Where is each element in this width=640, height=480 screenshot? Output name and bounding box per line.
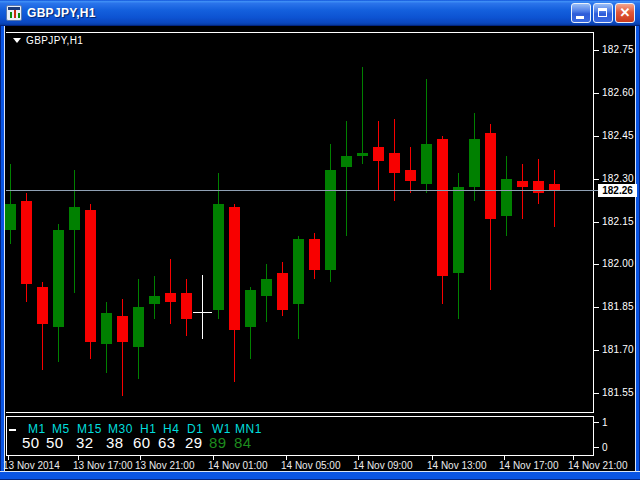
time-axis-label: 13 Nov 21:00: [135, 460, 195, 471]
bullish-candle: [469, 139, 480, 188]
candle-wick: [522, 164, 523, 218]
time-axis-label: 14 Nov 13:00: [427, 460, 487, 471]
window-border-bottom[interactable]: [0, 471, 640, 480]
price-axis-tick: [594, 93, 599, 94]
bearish-candle: [389, 153, 400, 173]
bullish-candle: [357, 153, 368, 156]
bearish-candle: [437, 139, 448, 276]
bullish-candle: [293, 239, 304, 305]
bullish-candle: [325, 170, 336, 270]
window-title: GBPJPY,H1: [27, 6, 571, 20]
minimize-icon: [576, 16, 584, 19]
subwindow-scale-top: 1: [602, 417, 608, 428]
price-axis-tick: [594, 264, 599, 265]
price-axis-label: 182.15: [602, 216, 634, 227]
bearish-candle: [85, 210, 96, 341]
price-axis-label: 182.45: [602, 130, 634, 141]
timeframe-value: 32: [76, 434, 94, 451]
bullish-candle: [245, 290, 256, 327]
bullish-candle: [53, 230, 64, 327]
window-border-right: [635, 26, 640, 480]
bearish-candle: [517, 181, 528, 187]
timeframe-value: 89: [209, 434, 227, 451]
time-axis-label: 13 Nov 2014: [3, 460, 60, 471]
bearish-candle: [277, 273, 288, 310]
bearish-candle: [533, 181, 544, 192]
chart-window: GBPJPY,H1 ✕ GBPJPY,H1 182.75182.60182.45…: [0, 0, 640, 480]
maximize-icon: [598, 8, 607, 17]
current-price-label: 182.26: [598, 184, 637, 197]
price-axis-label: 182.00: [602, 258, 634, 269]
chevron-down-icon: [13, 38, 21, 43]
window-border-left: [0, 26, 5, 480]
current-price-line: [6, 190, 598, 191]
time-axis-label: 14 Nov 01:00: [208, 460, 268, 471]
bearish-candle: [165, 293, 176, 302]
close-icon: ✕: [616, 5, 634, 21]
close-button[interactable]: ✕: [615, 3, 635, 23]
bullish-candle: [501, 179, 512, 216]
bearish-candle: [373, 147, 384, 161]
bearish-candle: [229, 207, 240, 330]
candle-wick: [170, 259, 171, 325]
bullish-candle: [213, 204, 224, 310]
bearish-candle: [21, 201, 32, 284]
timeframe-value: 60: [133, 434, 151, 451]
price-axis-tick: [594, 136, 599, 137]
minimize-button[interactable]: [571, 3, 591, 23]
time-axis-label: 14 Nov 05:00: [281, 460, 341, 471]
bullish-candle: [5, 204, 16, 230]
bearish-candle: [37, 287, 48, 324]
candle-wick: [554, 170, 555, 227]
candle-wick: [362, 67, 363, 164]
timeframe-value: 50: [46, 434, 64, 451]
price-axis-label: 181.85: [602, 301, 634, 312]
crosshair-cursor-horizontal: [193, 312, 212, 313]
chart-window-icon: [6, 5, 22, 21]
chart-symbol-label: GBPJPY,H1: [26, 35, 83, 46]
maximize-button[interactable]: [593, 3, 613, 23]
price-axis-label: 182.60: [602, 87, 634, 98]
price-axis-label: 181.55: [602, 387, 634, 398]
timeframe-value: 63: [158, 434, 176, 451]
timeframe-value: 29: [185, 434, 203, 451]
time-axis-label: 14 Nov 21:00: [568, 460, 628, 471]
price-axis-tick: [594, 393, 599, 394]
bearish-candle: [405, 170, 416, 181]
price-axis-tick: [594, 50, 599, 51]
price-axis-label: 182.75: [602, 44, 634, 55]
candle-wick: [346, 121, 347, 235]
timeframe-value: 50: [22, 434, 40, 451]
candle-wick: [74, 170, 75, 293]
price-axis-tick: [594, 179, 599, 180]
bearish-candle: [117, 316, 128, 342]
bullish-candle: [69, 207, 80, 230]
bullish-candle: [453, 187, 464, 273]
bearish-candle: [309, 239, 320, 270]
subwindow-tick: [594, 422, 599, 423]
bullish-candle: [133, 307, 144, 347]
bullish-candle: [261, 279, 272, 296]
bearish-candle: [181, 293, 192, 319]
window-titlebar[interactable]: GBPJPY,H1 ✕: [0, 0, 640, 26]
price-axis-tick: [594, 350, 599, 351]
bullish-candle: [341, 156, 352, 167]
crosshair-cursor-vertical: [202, 275, 203, 339]
subwindow-tick: [594, 447, 599, 448]
bearish-candle: [485, 133, 496, 219]
subwindow-scale-bottom: 0: [602, 442, 608, 453]
bullish-candle: [421, 144, 432, 184]
window-controls: ✕: [571, 3, 635, 23]
time-axis-label: 13 Nov 17:00: [73, 460, 133, 471]
subwindow-handle-dash: [9, 429, 16, 431]
price-axis-tick: [594, 222, 599, 223]
candle-wick: [122, 299, 123, 396]
timeframe-value: 38: [106, 434, 124, 451]
price-axis-label: 182.30: [602, 173, 634, 184]
price-axis-tick: [594, 307, 599, 308]
bullish-candle: [149, 296, 160, 305]
bullish-candle: [101, 313, 112, 344]
timeframe-value: 84: [234, 434, 252, 451]
time-axis-label: 14 Nov 09:00: [353, 460, 413, 471]
time-axis-label: 14 Nov 17:00: [499, 460, 559, 471]
